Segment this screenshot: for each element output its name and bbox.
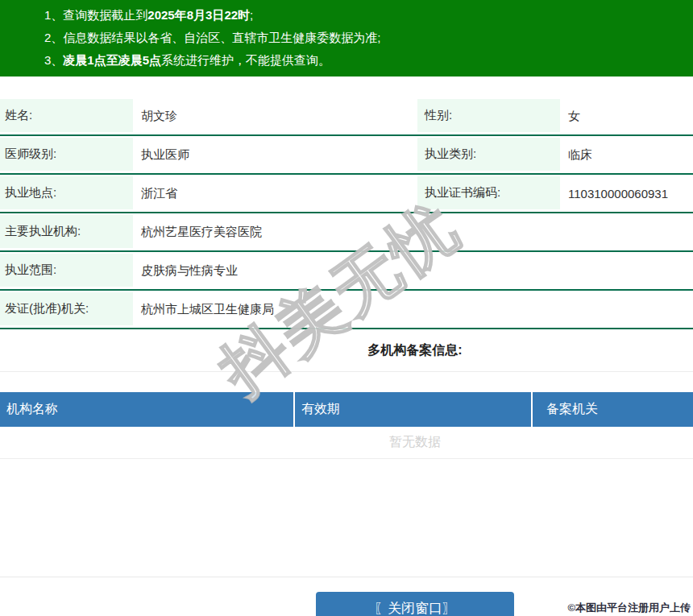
practice-category-value: 临床 bbox=[560, 136, 693, 173]
table-row: 执业地点: 浙江省 执业证书编码: 110310000060931 bbox=[0, 175, 693, 213]
practice-category-label: 执业类别: bbox=[417, 138, 560, 171]
records-table-header: 机构名称 有效期 备案机关 bbox=[0, 392, 693, 427]
name-label: 姓名: bbox=[0, 99, 133, 132]
doctor-info-table: 姓名: 胡文珍 性别: 女 医师级别: 执业医师 执业类别: 临床 执业地点: … bbox=[0, 97, 693, 329]
certificate-code-label: 执业证书编码: bbox=[417, 176, 560, 209]
practice-scope-value: 皮肤病与性病专业 bbox=[133, 252, 693, 289]
copyright-watermark: ©本图由平台注册用户上传 bbox=[567, 601, 691, 615]
multi-institution-records-title: 多机构备案信息: bbox=[0, 329, 693, 372]
table-row: 执业范围: 皮肤病与性病专业 bbox=[0, 252, 693, 291]
doctor-level-value: 执业医师 bbox=[133, 136, 417, 173]
notice-line-2: 2、信息数据结果以各省、自治区、直辖市卫生健康委数据为准; bbox=[44, 27, 693, 49]
practice-scope-label: 执业范围: bbox=[0, 254, 133, 287]
main-institution-label: 主要执业机构: bbox=[0, 215, 133, 248]
gender-value: 女 bbox=[560, 97, 693, 134]
notice-line-3: 3、凌晨1点至凌晨5点系统进行维护，不能提供查询。 bbox=[44, 49, 693, 72]
notice-banner: 1、查询数据截止到2025年8月3日22时; 2、信息数据结果以各省、自治区、直… bbox=[0, 0, 693, 76]
table-row: 主要执业机构: 杭州艺星医疗美容医院 bbox=[0, 213, 693, 252]
doctor-level-label: 医师级别: bbox=[0, 138, 133, 171]
issuing-authority-value: 杭州市上城区卫生健康局 bbox=[133, 291, 693, 328]
content-bottom-divider bbox=[0, 459, 693, 577]
notice-line-1: 1、查询数据截止到2025年8月3日22时; bbox=[44, 4, 693, 27]
table-row: 姓名: 胡文珍 性别: 女 bbox=[0, 97, 693, 136]
main-institution-value: 杭州艺星医疗美容医院 bbox=[133, 213, 693, 250]
records-table: 机构名称 有效期 备案机关 暂无数据 bbox=[0, 392, 693, 459]
table-row: 医师级别: 执业医师 执业类别: 临床 bbox=[0, 136, 693, 175]
issuing-authority-label: 发证(批准)机关: bbox=[0, 292, 133, 325]
header-validity-period: 有效期 bbox=[295, 392, 533, 427]
close-window-button[interactable]: 〖关闭窗口〗 bbox=[316, 592, 514, 616]
name-value: 胡文珍 bbox=[133, 97, 417, 134]
certificate-code-value: 110310000060931 bbox=[560, 175, 693, 212]
practice-location-label: 执业地点: bbox=[0, 176, 133, 209]
header-institution-name: 机构名称 bbox=[0, 392, 295, 427]
empty-data-text: 暂无数据 bbox=[0, 427, 693, 459]
table-row: 发证(批准)机关: 杭州市上城区卫生健康局 bbox=[0, 291, 693, 329]
result-content: 姓名: 胡文珍 性别: 女 医师级别: 执业医师 执业类别: 临床 执业地点: … bbox=[0, 97, 693, 616]
header-record-authority: 备案机关 bbox=[533, 392, 693, 427]
gender-label: 性别: bbox=[417, 99, 560, 132]
practice-location-value: 浙江省 bbox=[133, 175, 417, 212]
